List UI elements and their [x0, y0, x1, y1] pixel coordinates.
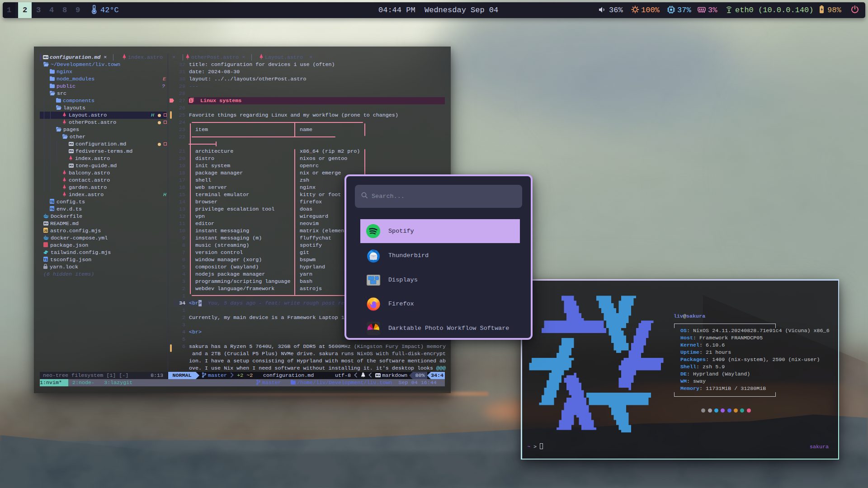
svg-text:TS: TS	[50, 207, 54, 211]
svg-text:1: 1	[190, 99, 192, 103]
svg-text:TS: TS	[44, 258, 48, 261]
svg-text:JS: JS	[44, 229, 48, 232]
svg-text:TS: TS	[50, 200, 54, 203]
